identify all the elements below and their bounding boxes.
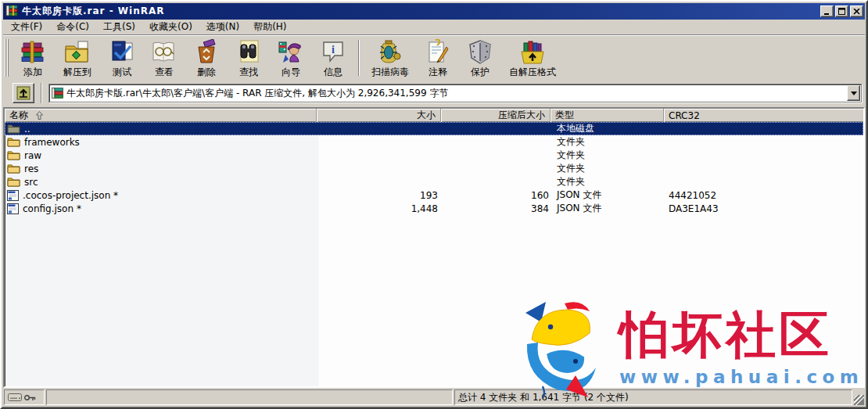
- chevron-down-icon: [851, 91, 857, 95]
- add-button[interactable]: 添加: [12, 38, 54, 80]
- json-file-icon: [7, 203, 19, 214]
- file-name: src: [24, 177, 38, 188]
- menu-bar: 文件(F) 命令(C) 工具(S) 收藏夹(O) 选项(N) 帮助(H): [3, 20, 865, 34]
- column-header-size[interactable]: 大小: [317, 109, 441, 122]
- info-label: 信息: [324, 66, 343, 79]
- protect-label: 保护: [471, 66, 490, 79]
- toolbar-separator: [358, 40, 360, 76]
- file-packed: 384: [443, 203, 552, 214]
- protect-button[interactable]: 保护: [459, 38, 501, 80]
- address-row: 牛太郎房卡版.rar\牛太郎\客户端\客户端 - RAR 压缩文件, 解包大小为…: [3, 79, 865, 107]
- archive-path-text: 牛太郎房卡版.rar\牛太郎\客户端\客户端 - RAR 压缩文件, 解包大小为…: [66, 87, 847, 100]
- menu-favorites[interactable]: 收藏夹(O): [142, 19, 199, 35]
- add-label: 添加: [23, 66, 42, 79]
- column-header-packed[interactable]: 压缩后大小: [441, 109, 551, 122]
- file-name: raw: [24, 150, 41, 161]
- toolbar-grip[interactable]: [5, 39, 11, 77]
- scan-virus-label: 扫描病毒: [371, 66, 409, 79]
- column-header-row: 名称 大小 压缩后大小 类型 CRC32: [5, 109, 863, 122]
- table-row-raw[interactable]: raw 文件夹: [5, 149, 863, 162]
- file-type: 文件夹: [552, 175, 665, 188]
- test-icon: [108, 38, 136, 66]
- view-icon: [150, 38, 178, 66]
- info-icon: i: [319, 38, 347, 66]
- delete-button[interactable]: 删除: [185, 38, 228, 80]
- scan-virus-icon: [376, 38, 404, 66]
- status-totals-text: 总计 4 文件夹 和 1,641 字节 (2 个文件): [458, 391, 629, 404]
- table-row-updir[interactable]: .. 本地磁盘: [5, 122, 863, 135]
- toolbar: 添加 解压到 测试: [3, 34, 865, 79]
- extract-to-icon: [63, 38, 91, 66]
- address-separator: [39, 83, 45, 103]
- menu-options[interactable]: 选项(N): [199, 19, 246, 35]
- table-row-res[interactable]: res 文件夹: [5, 162, 863, 175]
- test-button[interactable]: 测试: [101, 38, 143, 80]
- folder-icon: [7, 150, 20, 160]
- minimize-button[interactable]: [820, 5, 834, 17]
- menu-commands[interactable]: 命令(C): [49, 19, 96, 35]
- drive-icon: [8, 393, 22, 401]
- file-type: JSON 文件: [552, 188, 665, 202]
- window-title: 牛太郎房卡版.rar - WinRAR: [22, 5, 819, 18]
- sfx-button[interactable]: 自解压格式: [501, 38, 564, 80]
- sort-ascending-icon: [36, 111, 43, 120]
- status-bar: 总计 4 文件夹 和 1,641 字节 (2 个文件): [3, 388, 865, 406]
- file-packed: 160: [443, 190, 552, 201]
- file-size: 1,448: [318, 203, 443, 214]
- close-button[interactable]: [850, 5, 863, 17]
- column-header-name[interactable]: 名称: [5, 109, 317, 122]
- find-button[interactable]: 查找: [228, 38, 270, 80]
- key-icon: [24, 394, 36, 401]
- view-label: 查看: [155, 66, 174, 79]
- file-name: ..: [24, 124, 30, 135]
- svg-text:i: i: [332, 44, 335, 56]
- file-rows: .. 本地磁盘 frameworks 文件夹: [5, 122, 863, 386]
- resize-grip[interactable]: [854, 395, 864, 405]
- sfx-icon: [518, 38, 547, 66]
- json-file-icon: [7, 190, 19, 201]
- combobox-dropdown-button[interactable]: [847, 85, 860, 101]
- file-name: config.json *: [23, 203, 81, 214]
- title-bar: 牛太郎房卡版.rar - WinRAR: [3, 3, 865, 20]
- wizard-icon: [277, 38, 305, 66]
- archive-path-combobox[interactable]: 牛太郎房卡版.rar\牛太郎\客户端\客户端 - RAR 压缩文件, 解包大小为…: [48, 84, 862, 102]
- column-header-type[interactable]: 类型: [551, 109, 664, 122]
- file-type: 文件夹: [552, 162, 665, 175]
- protect-icon: [466, 38, 494, 66]
- table-row-config[interactable]: config.json * 1,448 384 JSON 文件 DA3E1A43: [5, 202, 863, 215]
- maximize-button[interactable]: [835, 5, 848, 17]
- folder-icon: [7, 177, 20, 187]
- info-button[interactable]: i 信息: [312, 38, 354, 80]
- menu-help[interactable]: 帮助(H): [246, 19, 293, 35]
- table-row-cocos-project[interactable]: .cocos-project.json * 193 160 JSON 文件 44…: [5, 188, 863, 202]
- comment-button[interactable]: 注释: [417, 38, 459, 80]
- up-directory-button[interactable]: [13, 83, 34, 103]
- extract-to-label: 解压到: [63, 66, 91, 79]
- status-message-panel: [46, 389, 453, 405]
- comment-icon: [424, 38, 452, 66]
- add-archive-icon: [19, 38, 47, 66]
- comment-label: 注释: [429, 66, 447, 79]
- file-type: 文件夹: [552, 135, 665, 149]
- scan-virus-button[interactable]: 扫描病毒: [364, 38, 417, 80]
- menu-file[interactable]: 文件(F): [4, 19, 49, 35]
- file-type: JSON 文件: [552, 202, 665, 215]
- file-name: frameworks: [24, 137, 80, 148]
- view-button[interactable]: 查看: [143, 38, 185, 80]
- delete-icon: [192, 38, 221, 66]
- find-icon: [235, 38, 263, 66]
- up-arrow-icon: [16, 86, 30, 100]
- table-row-src[interactable]: src 文件夹: [5, 175, 863, 188]
- folder-icon: [7, 137, 20, 147]
- archive-books-icon: [52, 88, 63, 99]
- sfx-label: 自解压格式: [509, 66, 556, 79]
- extract-to-button[interactable]: 解压到: [54, 38, 101, 80]
- find-label: 查找: [239, 66, 258, 79]
- column-header-crc32[interactable]: CRC32: [664, 109, 863, 122]
- table-row-frameworks[interactable]: frameworks 文件夹: [5, 135, 863, 149]
- file-type: 文件夹: [552, 149, 665, 162]
- menu-tools[interactable]: 工具(S): [96, 19, 142, 35]
- wizard-button[interactable]: 向导: [270, 38, 312, 80]
- file-list: 名称 大小 压缩后大小 类型 CRC32 ..: [3, 107, 865, 388]
- file-size: 193: [318, 190, 443, 201]
